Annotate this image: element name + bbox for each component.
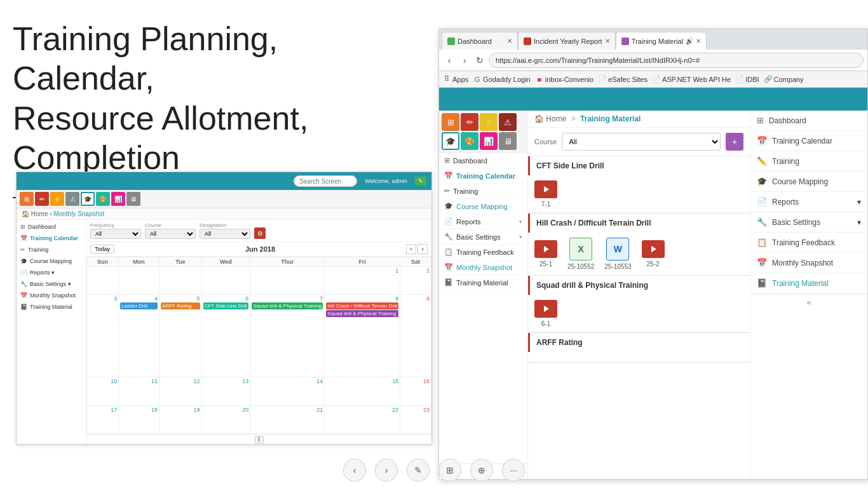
- bookmark-godaddy[interactable]: G Godaddy Login: [473, 76, 531, 83]
- cal-day-7[interactable]: 7 Squad drill & Physical Training: [250, 295, 325, 377]
- cal-day-21[interactable]: 21: [250, 405, 325, 433]
- tab-close-training-material[interactable]: ✕: [696, 37, 701, 44]
- cal-icon-cap[interactable]: 🎓: [81, 192, 95, 206]
- sidebar-item-training-calendar[interactable]: 📅 Training Calendar: [439, 168, 527, 184]
- prev-btn[interactable]: ‹: [343, 459, 366, 482]
- cal-day-14[interactable]: 14: [250, 377, 325, 405]
- breadcrumb-current[interactable]: Training Material: [580, 114, 641, 123]
- sidebar-item-monthly-snapshot[interactable]: 📅 Monthly Snapshot: [439, 260, 527, 275]
- cal-day-3[interactable]: 3: [87, 295, 119, 377]
- cal-day-5[interactable]: 5 ARFF Rating: [159, 295, 202, 377]
- bookmark-inbox[interactable]: ■ inbox-Convenio: [536, 76, 593, 83]
- bookmark-idbi[interactable]: 📄 IDBI: [736, 76, 759, 83]
- cal-day-11[interactable]: 11: [119, 377, 159, 405]
- course-select[interactable]: All: [145, 229, 196, 239]
- cal-day-9[interactable]: 9: [400, 295, 431, 377]
- right-nav-monthly-snapshot[interactable]: 📅 Monthly Snapshot: [750, 253, 867, 273]
- cal-today-btn[interactable]: Today: [90, 245, 114, 254]
- cal-scroll-btn[interactable]: ⟨: [255, 436, 264, 444]
- back-btn[interactable]: ‹: [443, 54, 456, 67]
- next-btn[interactable]: ›: [375, 459, 398, 482]
- right-nav-training-feedback[interactable]: 📋 Training Feedback: [750, 233, 867, 253]
- right-nav-dashboard[interactable]: ⊞ Dashboard: [750, 111, 867, 131]
- icon-btn-alert[interactable]: ⚠: [499, 113, 517, 131]
- forward-btn[interactable]: ›: [458, 54, 471, 67]
- cal-prev-btn[interactable]: ‹: [406, 244, 416, 254]
- cal-day-15[interactable]: 15: [325, 377, 400, 405]
- cal-day-19[interactable]: 19: [159, 405, 202, 433]
- reload-btn[interactable]: ↻: [473, 54, 486, 67]
- sidebar-item-dashboard[interactable]: ⊞ Dashboard: [439, 153, 527, 168]
- cal-icon-dashboard[interactable]: ⊞: [20, 192, 34, 206]
- cal-day-10[interactable]: 10: [87, 377, 119, 405]
- url-bar[interactable]: [489, 53, 864, 68]
- tab-close-dashboard[interactable]: ✕: [507, 37, 512, 44]
- cal-day-17[interactable]: 17: [87, 405, 119, 433]
- video-icon[interactable]: [534, 180, 557, 198]
- cal-nav-training[interactable]: ✏ Training: [17, 244, 86, 255]
- icon-btn-chart[interactable]: 📊: [480, 132, 498, 150]
- icon-btn-cap[interactable]: 🎓: [442, 132, 459, 150]
- cal-day-6[interactable]: 6 CFT Side Line Drill: [201, 295, 250, 377]
- cal-next-btn[interactable]: ›: [417, 244, 428, 254]
- bookmark-esafec[interactable]: 📄 eSafec Sites: [599, 76, 648, 83]
- cal-day-16[interactable]: 16: [400, 377, 431, 405]
- sidebar-item-reports[interactable]: 📄 Reports ▾: [439, 214, 527, 229]
- desig-select[interactable]: All: [200, 229, 250, 239]
- cal-nav-course-mapping[interactable]: 🎓 Course Mapping: [17, 255, 86, 267]
- cal-day-13[interactable]: 13: [201, 377, 250, 405]
- right-nav-course-mapping[interactable]: 🎓 Course Mapping: [750, 172, 867, 192]
- right-nav-reports[interactable]: 📄 Reports ▾: [750, 192, 867, 212]
- video-icon-25-2[interactable]: [642, 240, 665, 258]
- cal-nav-dashboard[interactable]: ⊞ Dashboard: [17, 221, 86, 233]
- tab-incident[interactable]: Incident Yearly Report ✕: [518, 32, 616, 50]
- sidebar-item-basic-settings[interactable]: 🔧 Basic Settings ▾: [439, 229, 527, 245]
- icon-btn-bolt[interactable]: ⚡: [480, 113, 498, 131]
- cal-day-4[interactable]: 4 Ladder Drill: [119, 295, 159, 377]
- right-nav-collapse-btn[interactable]: «: [750, 294, 867, 311]
- right-nav-training-material[interactable]: 📓 Training Material: [750, 273, 867, 294]
- sidebar-item-training-material[interactable]: 📓 Training Material: [439, 275, 527, 290]
- cal-icon-monitor[interactable]: 🖥: [126, 192, 140, 206]
- video-icon-25-1[interactable]: [534, 240, 557, 258]
- freq-select[interactable]: All: [90, 229, 141, 239]
- zoom-btn[interactable]: ⊕: [470, 459, 493, 482]
- cal-nav-training-calendar[interactable]: 📅 Training Calendar: [17, 233, 86, 244]
- cal-day-1[interactable]: 1: [325, 267, 400, 295]
- cal-icon-chart[interactable]: 📊: [111, 192, 125, 206]
- tab-training-material[interactable]: Training Material 🔊 ✕: [616, 32, 707, 50]
- bookmark-company[interactable]: 🔗 Company: [764, 76, 804, 83]
- icon-btn-dashboard[interactable]: ⊞: [442, 113, 459, 131]
- sidebar-item-training[interactable]: ✏ Training: [439, 184, 527, 199]
- bookmark-aspnet[interactable]: 📄 ASP.NET Web API He: [653, 76, 731, 83]
- edit-btn[interactable]: ✎: [407, 459, 430, 482]
- cal-day-23[interactable]: 23: [400, 405, 431, 433]
- cal-nav-monthly-snapshot[interactable]: 📅 Monthly Snapshot: [17, 290, 86, 301]
- video-icon-6-1[interactable]: [534, 300, 557, 318]
- sidebar-item-training-feedback[interactable]: 📋 Training Feedback: [439, 245, 527, 260]
- icon-btn-palette[interactable]: 🎨: [461, 132, 478, 150]
- cal-day-18[interactable]: 18: [119, 405, 159, 433]
- cal-filter-apply-btn[interactable]: ⚙: [254, 227, 266, 239]
- cal-day-12[interactable]: 12: [159, 377, 202, 405]
- word-icon-25-10553[interactable]: W: [606, 238, 629, 261]
- bookmark-apps[interactable]: ⠿ Apps: [443, 76, 468, 83]
- cal-nav-basic-settings[interactable]: 🔧 Basic Settings ▾: [17, 278, 86, 290]
- cal-icon-training[interactable]: ✏: [35, 192, 49, 206]
- right-nav-training-calendar[interactable]: 📅 Training Calendar: [750, 131, 867, 151]
- icon-btn-training[interactable]: ✏: [461, 113, 478, 131]
- right-nav-basic-settings[interactable]: 🔧 Basic Settings ▾: [750, 212, 867, 233]
- tab-close-incident[interactable]: ✕: [605, 37, 610, 44]
- cal-icon-alert[interactable]: ⚠: [65, 192, 79, 206]
- excel-icon-25-10552[interactable]: X: [569, 238, 592, 261]
- cal-icon-bolt[interactable]: ⚡: [50, 192, 64, 206]
- cal-day-2[interactable]: 2: [400, 267, 431, 295]
- share-btn[interactable]: ⊞: [438, 459, 461, 482]
- sidebar-item-course-mapping[interactable]: 🎓 Course Mapping: [439, 199, 527, 214]
- cal-icon-palette[interactable]: 🎨: [96, 192, 110, 206]
- cal-day-8[interactable]: 8 Hill Crash / Difficult Terrain Drill S…: [325, 295, 400, 377]
- cal-day-22[interactable]: 22: [325, 405, 400, 433]
- cal-search-input[interactable]: [294, 175, 357, 187]
- cal-edit-btn[interactable]: ✎: [415, 177, 426, 186]
- cal-day-20[interactable]: 20: [201, 405, 250, 433]
